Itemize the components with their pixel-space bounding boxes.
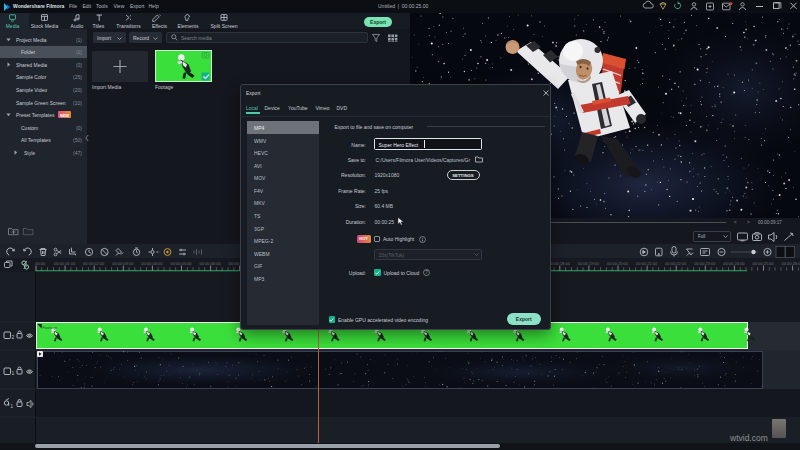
- svg-text:?: ?: [425, 270, 428, 275]
- svg-text:Footage: Footage: [43, 325, 58, 330]
